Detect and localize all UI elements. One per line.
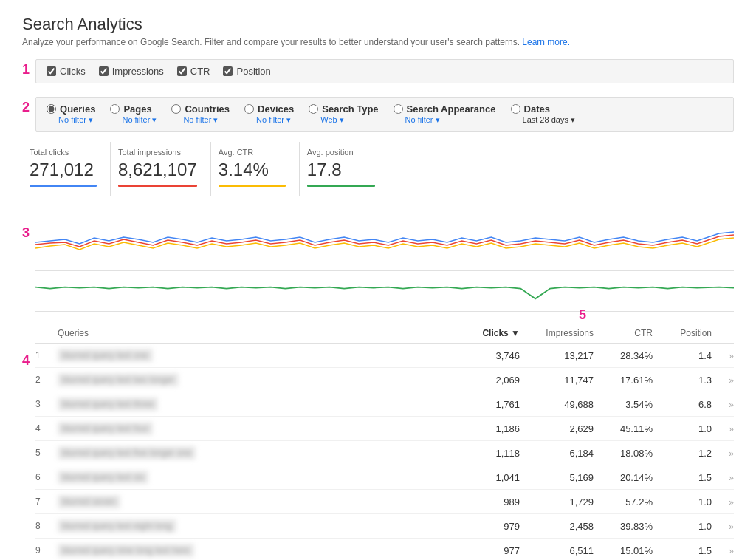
filter-bar: Clicks Impressions CTR Position: [35, 59, 734, 83]
dimension-search-type[interactable]: Search Type Web ▾: [309, 103, 378, 125]
page-title: Search Analytics: [22, 15, 734, 34]
table-row: 4 blurred query text four 1,186 2,629 45…: [35, 417, 734, 441]
impressions-line: [118, 185, 197, 187]
stat-impressions: Total impressions 8,621,107: [111, 142, 211, 196]
learn-more-link[interactable]: Learn more.: [522, 37, 570, 47]
table-row: 7 blurred seven 989 1,729 57.2% 1.0 »: [35, 490, 734, 514]
table-row: 3 blurred query text three 1,761 49,688 …: [35, 392, 734, 417]
stats-row: Total clicks 271,012 Total impressions 8…: [22, 142, 734, 196]
section-label-3: 3: [22, 225, 30, 241]
section-label-4: 4: [22, 353, 30, 369]
ctr-line: [219, 185, 286, 187]
stat-clicks: Total clicks 271,012: [22, 142, 111, 196]
position-checkbox[interactable]: Position: [223, 66, 270, 77]
dimension-queries[interactable]: Queries No filter ▾: [47, 103, 95, 125]
page-subtitle: Analyze your performance on Google Searc…: [22, 37, 734, 47]
dimension-search-appearance[interactable]: Search Appearance No filter ▾: [394, 103, 496, 125]
table-row: 6 blurred query text six 1,041 5,169 20.…: [35, 465, 734, 490]
ctr-checkbox[interactable]: CTR: [177, 66, 210, 77]
stat-ctr: Avg. CTR 3.14%: [211, 142, 300, 196]
clicks-checkbox[interactable]: Clicks: [47, 66, 86, 77]
table-header: Queries Clicks ▼ Impressions CTR Positio…: [35, 324, 734, 344]
position-line: [307, 185, 375, 187]
dimension-devices[interactable]: Devices No filter ▾: [244, 103, 294, 125]
position-chart: [35, 270, 734, 311]
dimension-pages[interactable]: Pages No filter ▾: [110, 103, 157, 125]
section-label-1: 1: [22, 62, 30, 78]
dimension-dates[interactable]: Dates Last 28 days ▾: [511, 103, 575, 125]
data-table: 5 Queries Clicks ▼ Impressions CTR Posit…: [35, 324, 734, 560]
clicks-line: [30, 185, 97, 187]
table-row: 1 blurred query text one 3,746 13,217 28…: [35, 344, 734, 368]
table-row: 9 blurred query nine long text here 977 …: [35, 539, 734, 560]
impressions-checkbox[interactable]: Impressions: [99, 66, 164, 77]
table-row: 8 blurred query text eight long 979 2,45…: [35, 514, 734, 539]
dimension-countries[interactable]: Countries No filter ▾: [171, 103, 230, 125]
section-label-5: 5: [579, 307, 586, 323]
dimension-bar: Queries No filter ▾ Pages No filter ▾ Co…: [35, 97, 734, 132]
table-row: 2 blurred query text two longer 2,069 11…: [35, 368, 734, 392]
main-chart: [35, 211, 734, 312]
stat-position: Avg. position 17.8: [300, 142, 388, 196]
table-row: 5 blurred query text five longer one 1,1…: [35, 441, 734, 465]
section-label-2: 2: [22, 100, 30, 115]
